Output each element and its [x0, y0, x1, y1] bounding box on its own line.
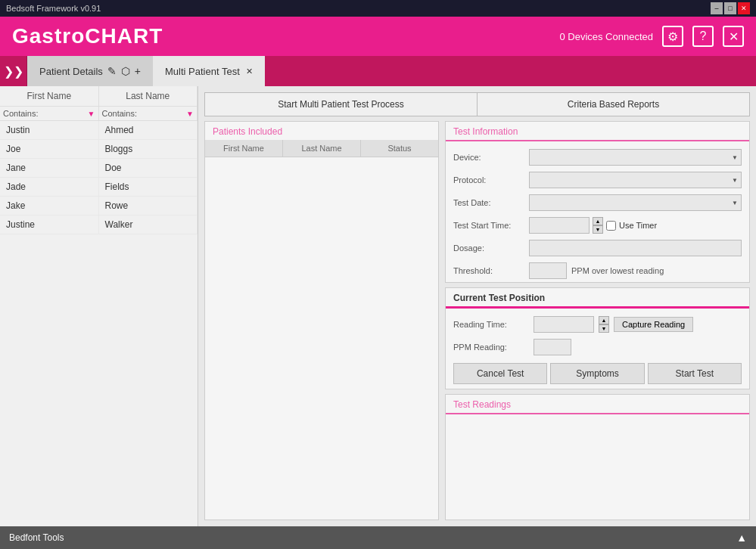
firstname-filter-arrow[interactable]: ▼ — [88, 110, 95, 118]
sidebar-firstname-header: First Name — [0, 86, 99, 107]
patient-firstname: Jade — [0, 178, 99, 196]
tab-close-icon[interactable]: ✕ — [246, 67, 253, 76]
edit-icon[interactable]: ✎ — [107, 65, 117, 77]
patient-row[interactable]: Jane Doe — [0, 159, 198, 178]
ppm-label: PPM over lowest reading — [571, 266, 664, 275]
firstname-filter-label: Contains: — [3, 109, 38, 118]
reading-time-spinners: ▲ ▼ — [599, 316, 609, 333]
patients-body — [205, 157, 438, 520]
time-down-button[interactable]: ▼ — [593, 225, 603, 234]
test-date-select[interactable] — [529, 194, 742, 211]
time-up-button[interactable]: ▲ — [593, 217, 603, 225]
patient-row[interactable]: Jade Fields — [0, 178, 198, 197]
bottom-btn-row: Cancel Test Symptoms Start Test — [446, 358, 749, 389]
header-close-button[interactable]: ✕ — [723, 26, 744, 47]
protocol-row: Protocol: — [446, 169, 749, 191]
nav-bar: ❯❯ Patient Details ✎ ⬡ + Multi Patient T… — [0, 56, 756, 86]
tab-patient-details-label: Patient Details — [39, 66, 103, 77]
patient-lastname: Ahmed — [99, 121, 198, 139]
reading-time-down-button[interactable]: ▼ — [599, 324, 609, 333]
lastname-filter-label: Contains: — [102, 109, 137, 118]
sidebar-header: First Name Last Name — [0, 86, 198, 107]
current-test-panel: Current Test Position Reading Time: ▲ ▼ … — [445, 287, 750, 389]
patient-lastname: Doe — [99, 159, 198, 177]
ppm-reading-row: PPM Reading: — [446, 336, 749, 358]
patients-col-lastname: Last Name — [283, 140, 361, 157]
tab-patient-details[interactable]: Patient Details ✎ ⬡ + — [27, 56, 153, 86]
criteria-based-reports-button[interactable]: Criteria Based Reports — [477, 92, 750, 116]
readings-title: Test Readings — [446, 395, 749, 414]
help-icon[interactable]: ? — [692, 26, 714, 47]
patient-firstname: Justin — [0, 121, 99, 139]
patients-panel: Patients Included First Name Last Name S… — [204, 121, 439, 520]
device-label: Device: — [453, 153, 529, 162]
nav-arrow[interactable]: ❯❯ — [0, 56, 27, 86]
protocol-select[interactable] — [529, 172, 742, 188]
lastname-filter-arrow[interactable]: ▼ — [186, 110, 194, 118]
header-right: 0 Devices Connected ⚙ ? ✕ — [559, 26, 744, 47]
view-icon[interactable]: ⬡ — [121, 65, 130, 77]
patient-row[interactable]: Justine Walker — [0, 216, 198, 234]
test-info-title: Test Information — [446, 122, 749, 141]
sidebar-lastname-header: Last Name — [99, 86, 198, 107]
action-btn-row: Start Multi Patient Test Process Criteri… — [204, 92, 750, 116]
ppm-reading-input[interactable] — [534, 339, 571, 355]
title-bar-controls: – □ ✕ — [711, 2, 750, 14]
test-start-time-label: Test Start Time: — [453, 221, 529, 230]
use-timer-row: Use Timer — [606, 221, 657, 231]
ppm-reading-label: PPM Reading: — [453, 343, 529, 352]
lastname-filter[interactable]: Contains: ▼ — [99, 107, 198, 120]
patient-lastname: Rowe — [99, 197, 198, 215]
test-info-panel: Test Information Device: Protocol: Test … — [445, 121, 750, 283]
patients-table-header: First Name Last Name Status — [205, 140, 438, 157]
start-test-button[interactable]: Start Test — [648, 363, 742, 384]
threshold-label: Threshold: — [453, 266, 529, 275]
patients-panel-title: Patients Included — [205, 122, 438, 140]
threshold-input[interactable] — [529, 262, 567, 279]
title-bar-text: Bedsoft Framework v0.91 — [6, 4, 101, 13]
test-date-row: Test Date: — [446, 191, 749, 214]
tab-multi-patient-test[interactable]: Multi Patient Test ✕ — [153, 56, 265, 86]
time-input[interactable] — [529, 217, 590, 234]
use-timer-checkbox[interactable] — [606, 221, 616, 231]
reading-time-up-button[interactable]: ▲ — [599, 316, 609, 324]
threshold-control: PPM over lowest reading — [529, 262, 664, 279]
status-bar: Bedfont Tools ▲ — [0, 526, 756, 549]
dosage-input[interactable] — [529, 240, 742, 256]
firstname-filter[interactable]: Contains: ▼ — [0, 107, 99, 120]
cancel-test-button[interactable]: Cancel Test — [453, 363, 547, 384]
main-content: First Name Last Name Contains: ▼ Contain… — [0, 86, 756, 526]
reading-time-row: Reading Time: ▲ ▼ Capture Reading — [446, 313, 749, 336]
start-multi-patient-test-button[interactable]: Start Multi Patient Test Process — [204, 92, 477, 116]
minimize-button[interactable]: – — [711, 2, 723, 14]
app-header: GastroCHART 0 Devices Connected ⚙ ? ✕ — [0, 17, 756, 56]
test-date-label: Test Date: — [453, 198, 529, 207]
reading-time-input[interactable] — [534, 316, 594, 333]
middle-section: Patients Included First Name Last Name S… — [204, 121, 750, 520]
device-select[interactable] — [529, 149, 742, 166]
dosage-label: Dosage: — [453, 243, 529, 253]
threshold-row: Threshold: PPM over lowest reading — [446, 259, 749, 282]
maximize-button[interactable]: □ — [724, 2, 736, 14]
use-timer-label: Use Timer — [619, 221, 657, 230]
right-panel: Start Multi Patient Test Process Criteri… — [198, 86, 756, 526]
add-icon[interactable]: + — [135, 65, 141, 77]
patient-lastname: Walker — [99, 216, 198, 234]
titlebar-close-button[interactable]: ✕ — [738, 2, 750, 14]
tab-multi-patient-test-label: Multi Patient Test — [165, 66, 240, 77]
settings-icon[interactable]: ⚙ — [662, 26, 683, 47]
patient-row[interactable]: Justin Ahmed — [0, 121, 198, 140]
capture-reading-button[interactable]: Capture Reading — [614, 317, 693, 332]
symptoms-button[interactable]: Symptoms — [550, 363, 644, 384]
test-start-time-row: Test Start Time: ▲ ▼ Use Timer — [446, 214, 749, 237]
readings-body — [446, 417, 749, 478]
patient-row[interactable]: Jake Rowe — [0, 197, 198, 216]
patient-firstname: Jake — [0, 197, 99, 215]
dosage-row: Dosage: — [446, 237, 749, 259]
patient-firstname: Joe — [0, 140, 99, 158]
readings-panel: Test Readings — [445, 394, 750, 520]
patient-row[interactable]: Joe Bloggs — [0, 140, 198, 159]
current-test-title: Current Test Position — [446, 288, 749, 309]
devices-text: 0 Devices Connected — [559, 31, 653, 42]
status-arrow-icon[interactable]: ▲ — [736, 532, 747, 544]
